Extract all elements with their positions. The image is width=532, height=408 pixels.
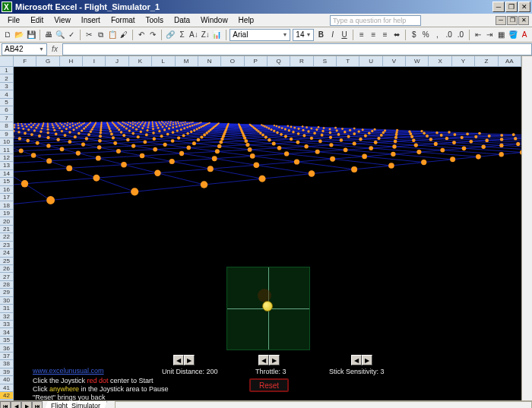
row-header[interactable]: 13: [0, 162, 13, 169]
row-header[interactable]: 36: [0, 344, 13, 352]
tab-first-button[interactable]: ⏮: [0, 401, 11, 408]
throttle-decrement[interactable]: ◀: [258, 355, 269, 365]
column-header[interactable]: N: [198, 56, 221, 67]
preview-icon[interactable]: 🔍: [55, 29, 65, 41]
reset-button[interactable]: Reset: [249, 378, 289, 392]
menu-insert[interactable]: Insert: [77, 15, 105, 25]
row-header[interactable]: 2: [0, 74, 13, 82]
column-header[interactable]: H: [60, 56, 83, 67]
format-painter-icon[interactable]: 🖌: [119, 29, 128, 41]
row-header[interactable]: 23: [0, 242, 13, 249]
undo-icon[interactable]: ↶: [137, 29, 146, 41]
unit-distance-decrement[interactable]: ◀: [173, 355, 184, 365]
row-header[interactable]: 15: [0, 178, 13, 185]
stick-sens-decrement[interactable]: ◀: [351, 355, 362, 365]
row-header[interactable]: 12: [0, 154, 13, 162]
borders-icon[interactable]: ▦: [496, 29, 505, 41]
increase-decimal-icon[interactable]: .0: [445, 29, 454, 41]
row-header[interactable]: 39: [0, 368, 13, 376]
row-header[interactable]: 30: [0, 297, 13, 305]
row-header[interactable]: 3: [0, 83, 13, 90]
column-header[interactable]: U: [359, 56, 382, 67]
row-header[interactable]: 18: [0, 201, 13, 209]
print-icon[interactable]: 🖶: [44, 29, 53, 41]
row-header[interactable]: 7: [0, 115, 13, 122]
throttle-increment[interactable]: ▶: [269, 355, 280, 365]
minimize-button[interactable]: ─: [492, 2, 505, 12]
align-right-icon[interactable]: ≡: [380, 29, 389, 41]
cut-icon[interactable]: ✂: [84, 29, 93, 41]
doc-close-button[interactable]: ✕: [518, 16, 529, 25]
chart-viewport[interactable]: ◀ ▶ Unit Distance: 200 ◀ ▶ Throttle: 3 ◀…: [14, 67, 521, 400]
row-header[interactable]: 21: [0, 226, 13, 233]
column-header[interactable]: Q: [268, 56, 290, 67]
fill-color-icon[interactable]: 🪣: [508, 29, 518, 41]
row-header[interactable]: 33: [0, 321, 13, 328]
decrease-decimal-icon[interactable]: .0: [456, 29, 465, 41]
sort-desc-icon[interactable]: Z↓: [201, 29, 210, 41]
row-header[interactable]: 17: [0, 194, 13, 201]
bold-button[interactable]: B: [316, 29, 325, 41]
spell-icon[interactable]: ✓: [67, 29, 76, 41]
joystick-pad[interactable]: [226, 267, 310, 350]
align-left-icon[interactable]: ≡: [357, 29, 366, 41]
menu-window[interactable]: Window: [196, 15, 233, 25]
row-header[interactable]: 38: [0, 360, 13, 368]
copy-icon[interactable]: ⧉: [96, 29, 105, 41]
font-name-select[interactable]: Arial▼: [230, 29, 290, 41]
column-header[interactable]: K: [129, 56, 152, 67]
italic-button[interactable]: I: [328, 29, 337, 41]
tab-last-button[interactable]: ⏭: [32, 401, 43, 408]
name-box[interactable]: AB42▼: [2, 43, 47, 55]
row-header[interactable]: 10: [0, 138, 13, 146]
row-header[interactable]: 42: [0, 392, 13, 400]
column-header[interactable]: G: [36, 56, 59, 67]
row-header[interactable]: 19: [0, 210, 13, 217]
comma-icon[interactable]: ,: [432, 29, 442, 41]
row-header[interactable]: 26: [0, 265, 13, 273]
column-header[interactable]: I: [83, 56, 106, 67]
sort-asc-icon[interactable]: A↓: [189, 29, 198, 41]
column-header[interactable]: W: [406, 56, 429, 67]
menu-file[interactable]: File: [3, 15, 24, 25]
underline-button[interactable]: U: [340, 29, 349, 41]
column-header[interactable]: R: [290, 56, 313, 67]
column-header[interactable]: L: [152, 56, 175, 67]
column-header[interactable]: S: [314, 56, 337, 67]
column-header[interactable]: X: [429, 56, 451, 67]
column-header[interactable]: F: [14, 56, 36, 67]
hyperlink-icon[interactable]: 🔗: [166, 29, 175, 41]
help-search-input[interactable]: Type a question for help: [330, 15, 421, 26]
column-header[interactable]: M: [176, 56, 198, 67]
column-header[interactable]: T: [337, 56, 359, 67]
menu-view[interactable]: View: [49, 15, 75, 25]
column-header[interactable]: AA: [499, 56, 521, 67]
open-icon[interactable]: 📂: [14, 29, 24, 41]
percent-icon[interactable]: %: [421, 29, 430, 41]
font-size-select[interactable]: 14▼: [293, 29, 314, 41]
paste-icon[interactable]: 📋: [108, 29, 117, 41]
row-header[interactable]: 34: [0, 328, 13, 336]
menu-format[interactable]: Format: [106, 15, 140, 25]
merge-center-icon[interactable]: ⬌: [392, 29, 401, 41]
currency-icon[interactable]: $: [410, 29, 419, 41]
row-header[interactable]: 41: [0, 384, 13, 392]
stick-sens-increment[interactable]: ▶: [362, 355, 372, 365]
sheet-tab-flight-simulator[interactable]: Flight_Simulator: [44, 401, 107, 408]
decrease-indent-icon[interactable]: ⇤: [473, 29, 483, 41]
row-header[interactable]: 24: [0, 249, 13, 257]
row-header[interactable]: 20: [0, 217, 13, 225]
menu-tools[interactable]: Tools: [141, 15, 168, 25]
autosum-icon[interactable]: Σ: [178, 29, 187, 41]
row-header[interactable]: 32: [0, 313, 13, 321]
tab-prev-button[interactable]: ◀: [11, 401, 21, 408]
row-header[interactable]: 31: [0, 305, 13, 312]
row-header[interactable]: 27: [0, 273, 13, 280]
row-header[interactable]: 14: [0, 170, 13, 178]
maximize-button[interactable]: ❐: [505, 2, 518, 12]
tab-next-button[interactable]: ▶: [21, 401, 32, 408]
new-icon[interactable]: 🗋: [3, 29, 12, 41]
formula-input[interactable]: [62, 43, 532, 55]
row-header[interactable]: 28: [0, 281, 13, 289]
doc-minimize-button[interactable]: ─: [496, 16, 506, 25]
